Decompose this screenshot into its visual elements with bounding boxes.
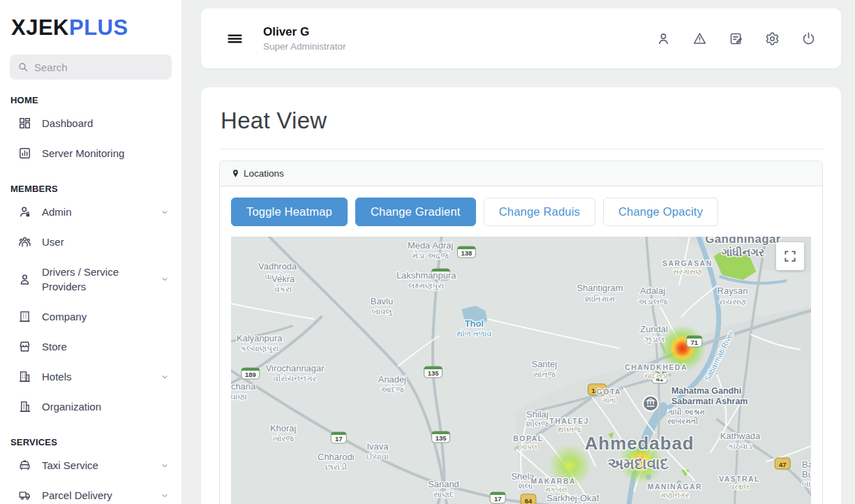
logo-part-blue: PLUS	[69, 15, 128, 40]
map-label: Thol	[465, 318, 484, 329]
sidebar-item-label: Company	[42, 309, 169, 324]
svg-text:135: 135	[428, 369, 439, 377]
map-label: ઝુંડાલ	[644, 334, 664, 344]
svg-text:64: 64	[525, 497, 533, 504]
sidebar-item-label: Taxi Service	[42, 458, 150, 473]
parcel-icon	[18, 489, 31, 502]
hamburger-menu-button[interactable]	[226, 30, 244, 47]
svg-text:17: 17	[335, 435, 343, 443]
map-label: સાણંદ	[433, 489, 454, 499]
user-name: Oliver G	[263, 25, 346, 39]
user-role: Super Administrator	[263, 41, 346, 52]
top-header: Oliver G Super Administrator	[201, 8, 841, 68]
logout-icon-button[interactable]	[801, 31, 816, 46]
map-label: લક્ષ્મણપુરા	[408, 281, 444, 290]
svg-text:71: 71	[691, 339, 699, 346]
chevron-down-icon	[161, 208, 169, 216]
settings-icon-button[interactable]	[765, 31, 780, 46]
fullscreen-button[interactable]	[776, 242, 804, 270]
chevron-down-icon	[161, 461, 169, 470]
route-shield-64: 64	[521, 494, 536, 504]
change-opacity-button[interactable]: Change Opacity	[603, 198, 718, 226]
map-pin-icon	[231, 169, 240, 178]
sidebar-item-label: Store	[42, 339, 169, 354]
sidebar-item-label: Drivers / Service Providers	[42, 265, 150, 294]
route-shield-17: 17	[490, 492, 505, 503]
search-icon	[17, 61, 29, 73]
map-label: મણીનગર	[661, 491, 690, 499]
map-label: Adalaj	[640, 286, 665, 296]
logo-part-black: XJEK	[11, 15, 69, 40]
map-label: Sanand	[428, 479, 459, 489]
map-label: SARGASAN	[662, 260, 713, 267]
sidebar-item-label: User	[42, 235, 169, 249]
change-raduis-button[interactable]: Change Raduis	[484, 198, 595, 226]
map-label: Kalyanpura	[237, 333, 283, 343]
map-label: ખોરજ	[273, 433, 295, 443]
requests-icon	[729, 31, 743, 46]
search-input[interactable]	[34, 61, 164, 73]
map-label: રાયસણ	[719, 297, 746, 306]
sidebar-item-user[interactable]: User	[10, 227, 172, 257]
alerts-icon	[692, 31, 707, 46]
locations-panel: Locations Toggle HeatmapChange GradientC…	[219, 161, 823, 504]
map-label: બાવલુ	[371, 306, 392, 316]
monitoring-icon	[18, 147, 31, 160]
requests-icon-button[interactable]	[729, 31, 743, 46]
change-gradient-button[interactable]: Change Gradient	[355, 198, 476, 226]
map-label: ઈયાવા	[366, 452, 389, 461]
sidebar-item-label: Dashboard	[42, 116, 169, 131]
map-label: વેકરા	[274, 284, 292, 294]
map-label: Meda Adraj	[408, 240, 453, 251]
sidebar-item-taxi-service[interactable]: Taxi Service	[10, 450, 172, 480]
map-label: વીરોચનનગર	[273, 373, 316, 383]
map-label: Lakshmanpura	[396, 270, 456, 281]
sidebar-item-store[interactable]: Store	[10, 332, 172, 362]
map-label: શીલજ	[526, 419, 549, 429]
sidebar-item-label: Hotels	[42, 369, 150, 384]
poi-layer	[643, 396, 658, 411]
sidebar-item-hotels[interactable]: Hotels	[10, 362, 172, 392]
chevron-down-icon	[161, 491, 169, 500]
heat-map[interactable]: 138135189135171351714741714764 Meda Adra…	[231, 237, 811, 504]
svg-text:138: 138	[461, 249, 472, 257]
route-shield-135: 135	[424, 366, 443, 378]
ashram-poi-icon[interactable]	[643, 396, 658, 411]
map-label: સાબરમતી	[667, 417, 698, 425]
profile-icon-button[interactable]	[656, 31, 671, 46]
route-shield-71: 71	[687, 336, 702, 347]
map-label: Vadhroda	[258, 261, 297, 272]
map-label: Santej	[532, 359, 558, 369]
route-shield-17: 17	[331, 432, 346, 443]
alerts-icon-button[interactable]	[692, 31, 707, 46]
sidebar-item-drivers-service-providers[interactable]: Drivers / Service Providers	[10, 257, 172, 302]
logout-icon	[801, 31, 816, 46]
map-label: મકબરા	[545, 486, 567, 494]
profile-icon	[656, 31, 671, 46]
driver-icon	[18, 273, 31, 286]
map-label: Virochannagar	[266, 363, 325, 373]
sidebar-item-label: Server Monitoring	[42, 146, 169, 161]
settings-icon	[765, 31, 780, 46]
sidebar-item-server-monitoring[interactable]: Server Monitoring	[10, 138, 172, 168]
map-label: Mahatma Gandhi	[671, 386, 741, 396]
toggle-heatmap-button[interactable]: Toggle Heatmap	[231, 198, 348, 226]
map-label: MANINAGAR	[648, 483, 702, 491]
map-label: સાંતેજ	[533, 369, 556, 379]
admin-icon	[18, 205, 31, 218]
map-label: CHANDKHEDA	[625, 364, 687, 371]
map-label: થોળ તળાવ	[456, 329, 491, 338]
sidebar-section-services: SERVICES	[10, 437, 172, 447]
taxi-icon	[18, 459, 31, 472]
map-label: Khoraj	[270, 423, 296, 433]
sidebar-item-dashboard[interactable]: Dashboard	[10, 108, 172, 138]
sidebar-item-company[interactable]: Company	[10, 302, 172, 332]
map-label: VASTRAL	[719, 475, 760, 483]
sidebar-item-organization[interactable]: Organization	[10, 392, 172, 422]
sidebar-item-parcel-delivery[interactable]: Parcel Delivery	[10, 480, 172, 504]
sidebar-item-label: Organization	[42, 399, 169, 414]
user-info: Oliver G Super Administrator	[263, 25, 346, 52]
map-label: Shilaj	[526, 409, 549, 420]
svg-text:189: 189	[245, 371, 256, 378]
sidebar-item-admin[interactable]: Admin	[10, 197, 172, 227]
